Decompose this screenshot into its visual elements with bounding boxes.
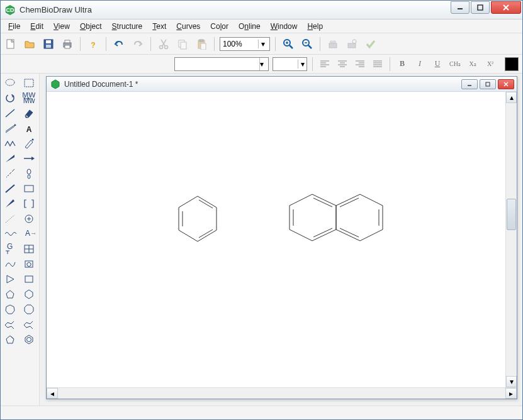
scroll-thumb[interactable]: [507, 199, 516, 230]
svg-marker-95: [52, 80, 59, 89]
structure-naphthalene[interactable]: [286, 189, 386, 249]
horizontal-scrollbar[interactable]: ◂ ▸: [47, 387, 517, 399]
cyclooctane-tool[interactable]: [21, 302, 37, 316]
rectangle-tool[interactable]: [21, 182, 37, 196]
cyclohexane-tool[interactable]: [21, 287, 37, 301]
cyclopentadiene-tool[interactable]: [2, 333, 18, 346]
menu-window[interactable]: Window: [267, 21, 301, 32]
marquee-tool[interactable]: [21, 76, 37, 90]
menu-text[interactable]: Text: [149, 21, 170, 32]
table-tool[interactable]: [21, 242, 37, 256]
redo-button[interactable]: [130, 36, 145, 52]
underline-button[interactable]: U: [430, 57, 444, 71]
doc-minimize-button[interactable]: [461, 79, 478, 89]
menu-help[interactable]: Help: [303, 21, 327, 32]
formula-button[interactable]: CH₂: [448, 57, 462, 71]
bond-tool[interactable]: [2, 106, 18, 120]
template-tool[interactable]: [21, 257, 37, 271]
hash-bond-tool[interactable]: [2, 167, 18, 180]
cycloheptane-tool[interactable]: [2, 302, 18, 316]
zoom-dropdown-icon[interactable]: ▾: [258, 40, 267, 48]
align-left-button[interactable]: [318, 57, 332, 71]
curve-tool[interactable]: [2, 257, 18, 271]
cleanup-button[interactable]: [325, 36, 340, 52]
close-button[interactable]: [491, 1, 521, 14]
superscript-button[interactable]: X²: [483, 57, 497, 71]
menu-object[interactable]: Object: [76, 21, 106, 32]
eraser-tool[interactable]: [21, 106, 37, 120]
print-button[interactable]: [60, 36, 75, 52]
chair2-tool[interactable]: [21, 318, 37, 331]
dotted-bond-tool[interactable]: [2, 212, 18, 226]
copy-button[interactable]: [175, 36, 190, 52]
wavy-bond-tool[interactable]: [2, 197, 18, 211]
help-button[interactable]: ?: [86, 36, 101, 52]
menu-file[interactable]: File: [4, 21, 24, 32]
lasso-tool[interactable]: [2, 76, 18, 90]
box-tool[interactable]: [21, 272, 37, 286]
menu-structure[interactable]: Structure: [108, 21, 147, 32]
chevron-down-icon[interactable]: ▾: [298, 60, 306, 69]
structure-benzene[interactable]: [172, 191, 223, 248]
wedge-bond-tool[interactable]: [2, 152, 18, 165]
arrow-tool[interactable]: [21, 152, 37, 165]
multi-bond-tool[interactable]: [2, 121, 18, 135]
svg-text:Mw: Mw: [23, 96, 35, 104]
align-center-button[interactable]: [335, 57, 349, 71]
scroll-left-icon[interactable]: ◂: [47, 388, 58, 399]
chevron-down-icon[interactable]: ▾: [259, 58, 268, 70]
paste-button[interactable]: [194, 36, 209, 52]
rotate-tool[interactable]: [2, 91, 18, 105]
chair-tool[interactable]: [2, 318, 18, 331]
zoom-in-button[interactable]: [281, 36, 296, 52]
align-right-button[interactable]: [353, 57, 367, 71]
maximize-button[interactable]: [471, 1, 490, 14]
chain-tool[interactable]: [2, 136, 18, 150]
doc-close-button[interactable]: [498, 79, 514, 89]
scroll-up-icon[interactable]: ▴: [506, 92, 517, 103]
orbital-tool[interactable]: [21, 167, 37, 180]
new-button[interactable]: [3, 36, 18, 52]
scroll-right-icon[interactable]: ▸: [505, 388, 517, 399]
font-family-combo[interactable]: ▾: [174, 57, 269, 71]
mass-tool[interactable]: MWMw: [21, 91, 37, 105]
bold-button[interactable]: B: [395, 57, 409, 71]
query-tool[interactable]: G: [2, 242, 18, 256]
save-button[interactable]: [41, 36, 56, 52]
menu-online[interactable]: Online: [235, 21, 264, 32]
analyze-button[interactable]: [344, 36, 359, 52]
zoom-input[interactable]: [223, 40, 254, 48]
menu-color[interactable]: Color: [206, 21, 232, 32]
menu-view[interactable]: View: [50, 21, 74, 32]
doc-maximize-button[interactable]: [480, 79, 496, 89]
svg-rect-17: [181, 42, 186, 49]
vertical-scrollbar[interactable]: ▴ ▾: [505, 92, 517, 387]
undo-button[interactable]: [111, 36, 127, 52]
atom-map-tool[interactable]: A→A: [21, 227, 37, 241]
scroll-track[interactable]: [58, 388, 505, 399]
zoom-out-button[interactable]: [300, 36, 315, 52]
check-button[interactable]: [363, 36, 378, 52]
italic-button[interactable]: I: [413, 57, 427, 71]
squiggle-tool[interactable]: [2, 227, 18, 241]
font-size-combo[interactable]: ▾: [273, 57, 307, 71]
drawing-canvas[interactable]: [47, 92, 505, 387]
menu-edit[interactable]: Edit: [26, 21, 47, 32]
atom-tool[interactable]: [21, 212, 37, 226]
scroll-down-icon[interactable]: ▾: [506, 376, 517, 387]
cyclopentane-tool[interactable]: [2, 287, 18, 301]
open-button[interactable]: [22, 36, 37, 52]
align-justify-button[interactable]: [371, 57, 385, 71]
zoom-combo[interactable]: ▾: [220, 37, 270, 51]
dashed-bond-tool[interactable]: [2, 182, 18, 196]
bracket-tool[interactable]: [21, 197, 37, 211]
cut-button[interactable]: [156, 36, 171, 52]
pen-tool[interactable]: [21, 136, 37, 150]
play-tool[interactable]: [2, 272, 18, 286]
benzene-tool[interactable]: [21, 333, 37, 346]
subscript-button[interactable]: X₂: [466, 57, 480, 71]
minimize-button[interactable]: [451, 1, 470, 14]
menu-curves[interactable]: Curves: [172, 21, 204, 32]
text-tool[interactable]: A: [21, 121, 37, 135]
color-swatch[interactable]: [505, 57, 519, 71]
